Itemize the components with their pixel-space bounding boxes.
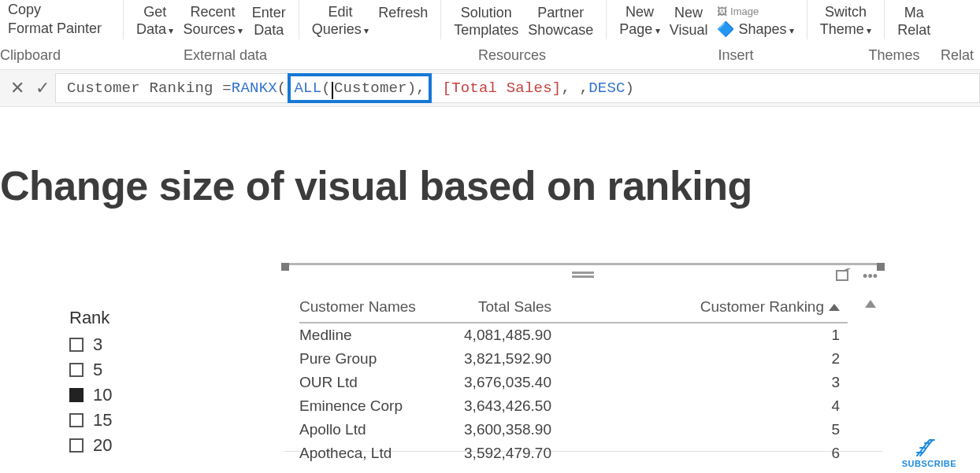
- relationships-label: Relat: [937, 47, 977, 64]
- cell-total-sales: 4,081,485.90: [433, 327, 583, 344]
- cell-customer-rank: 3: [583, 374, 848, 391]
- slicer-option[interactable]: 20: [69, 435, 112, 456]
- slicer-option-label: 3: [93, 334, 102, 355]
- visual-toolbar: •••: [836, 268, 878, 288]
- checkbox-icon[interactable]: [69, 388, 84, 402]
- slicer-option[interactable]: 10: [69, 385, 112, 405]
- column-total-sales[interactable]: Total Sales: [433, 298, 583, 316]
- sort-ascending-icon: [829, 304, 840, 311]
- svg-rect-0: [837, 271, 848, 280]
- formula-highlight: ALL ( Customer ),: [288, 73, 431, 103]
- report-canvas[interactable]: Change size of visual based on ranking R…: [0, 107, 980, 473]
- themes-label: Themes: [851, 47, 937, 64]
- cell-customer-rank: 2: [583, 350, 848, 368]
- cell-total-sales: 3,643,426.50: [433, 397, 583, 415]
- table-visual[interactable]: ••• Customer Names Total Sales Customer …: [284, 263, 882, 452]
- cell-customer-rank: 6: [583, 445, 848, 462]
- drag-handle-icon[interactable]: [572, 272, 594, 274]
- slicer-option[interactable]: 15: [69, 410, 112, 431]
- checkbox-icon[interactable]: [69, 338, 84, 352]
- column-customer-names[interactable]: Customer Names: [299, 298, 433, 316]
- page-title: Change size of visual based on ranking: [0, 162, 752, 209]
- new-page-button[interactable]: NewPage: [614, 0, 664, 42]
- formula-lhs: Customer Ranking =: [67, 79, 232, 97]
- table-row[interactable]: OUR Ltd3,676,035.403: [299, 371, 848, 394]
- image-shapes-group[interactable]: 🖼 Image 🔷 Shapes: [712, 0, 798, 42]
- format-painter-button[interactable]: Format Painter: [3, 19, 106, 38]
- cell-customer-name: Pure Group: [299, 350, 433, 368]
- cell-customer-rank: 5: [583, 421, 848, 438]
- switch-theme-button[interactable]: SwitchTheme: [815, 0, 876, 42]
- checkbox-icon[interactable]: [69, 363, 84, 377]
- cell-total-sales: 3,676,035.40: [433, 374, 583, 391]
- subscribe-badge[interactable]: SUBSCRIBE: [902, 438, 956, 468]
- external-data-label: External data: [47, 47, 403, 64]
- cancel-formula-icon[interactable]: ✕: [5, 76, 30, 101]
- text-cursor: [332, 82, 333, 99]
- cell-total-sales: 3,600,358.90: [433, 421, 583, 438]
- clipboard-label: Clipboard: [0, 47, 47, 64]
- new-visual-button[interactable]: NewVisual: [665, 0, 713, 42]
- cell-customer-rank: 1: [583, 327, 848, 344]
- slicer-option-label: 10: [93, 385, 112, 405]
- refresh-button[interactable]: Refresh: [373, 0, 432, 42]
- resources-label: Resources: [403, 47, 621, 64]
- recent-sources-button[interactable]: RecentSources: [178, 0, 247, 42]
- sales-table: Customer Names Total Sales Customer Rank…: [299, 298, 848, 465]
- slicer-option[interactable]: 5: [69, 360, 112, 380]
- subscribe-label: SUBSCRIBE: [902, 459, 956, 468]
- table-header-row: Customer Names Total Sales Customer Rank…: [299, 298, 848, 323]
- table-row[interactable]: Eminence Corp3,643,426.504: [299, 394, 848, 418]
- commit-formula-icon[interactable]: ✓: [30, 76, 55, 101]
- solution-templates-button[interactable]: SolutionTemplates: [449, 0, 523, 42]
- manage-relationships-button[interactable]: MaRelat: [893, 0, 935, 42]
- formula-measure: [Total Sales]: [443, 79, 562, 97]
- rank-slicer[interactable]: Rank 35101520: [69, 308, 112, 460]
- more-options-icon[interactable]: •••: [863, 268, 878, 288]
- insert-label: Insert: [621, 47, 851, 64]
- cell-customer-rank: 4: [583, 397, 848, 415]
- cell-customer-name: Medline: [299, 327, 433, 344]
- visual-scrollbar[interactable]: [865, 300, 876, 446]
- table-row[interactable]: Medline4,081,485.901: [299, 323, 848, 347]
- get-data-button[interactable]: GetData: [132, 0, 178, 42]
- cell-total-sales: 3,821,592.90: [433, 350, 583, 368]
- column-customer-ranking[interactable]: Customer Ranking: [583, 298, 848, 316]
- formula-desc: DESC: [588, 79, 625, 97]
- slicer-option-label: 5: [93, 360, 102, 380]
- slicer-option-label: 15: [93, 410, 112, 431]
- ribbon: Copy Format Painter GetData RecentSource…: [0, 0, 980, 47]
- enter-data-button[interactable]: EnterData: [247, 0, 291, 42]
- table-row[interactable]: Apotheca, Ltd3,592,479.706: [299, 442, 848, 465]
- formula-bar: ✕ ✓ Customer Ranking = RANKX ( ALL ( Cus…: [0, 69, 980, 107]
- table-row[interactable]: Pure Group3,821,592.902: [299, 347, 848, 371]
- cell-customer-name: Apollo Ltd: [299, 421, 433, 438]
- cell-total-sales: 3,592,479.70: [433, 445, 583, 462]
- focus-mode-icon[interactable]: [836, 268, 852, 288]
- cell-customer-name: OUR Ltd: [299, 374, 433, 391]
- checkbox-icon[interactable]: [69, 413, 84, 427]
- copy-button[interactable]: Copy: [3, 0, 46, 19]
- slicer-title: Rank: [69, 308, 112, 328]
- cell-customer-name: Eminence Corp: [299, 397, 433, 415]
- slicer-option-label: 20: [93, 435, 112, 456]
- checkbox-icon[interactable]: [69, 438, 84, 453]
- ribbon-group-labels: Clipboard External data Resources Insert…: [0, 47, 980, 69]
- edit-queries-button[interactable]: EditQueries: [307, 0, 373, 42]
- dna-icon: [915, 438, 942, 457]
- slicer-option[interactable]: 3: [69, 334, 112, 355]
- formula-input[interactable]: Customer Ranking = RANKX ( ALL ( Custome…: [55, 73, 980, 103]
- cell-customer-name: Apotheca, Ltd: [299, 445, 433, 462]
- scroll-up-icon[interactable]: [865, 300, 876, 308]
- formula-open: (: [277, 79, 287, 97]
- table-row[interactable]: Apollo Ltd3,600,358.905: [299, 418, 848, 442]
- partner-showcase-button[interactable]: PartnerShowcase: [523, 0, 598, 42]
- formula-fn: RANKX: [232, 79, 277, 97]
